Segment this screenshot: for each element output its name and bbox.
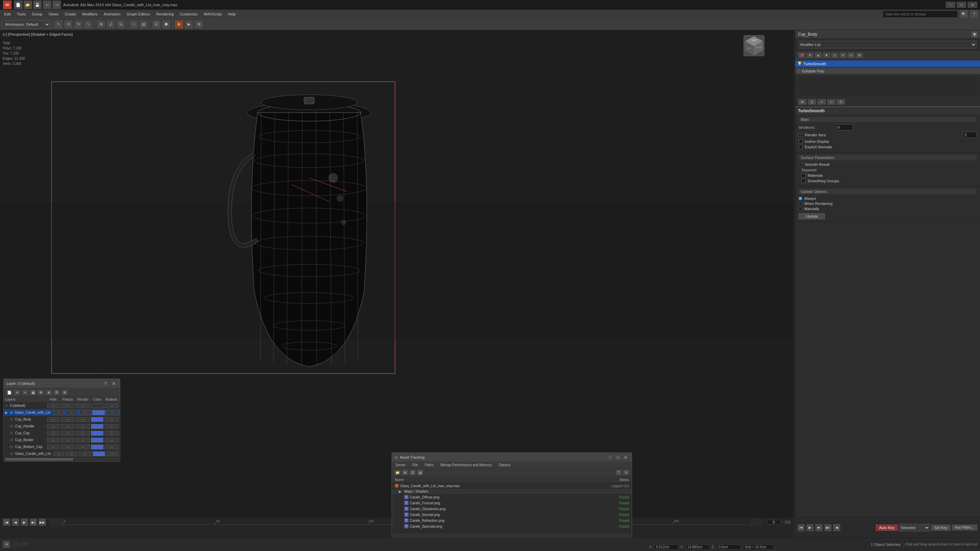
nav-cube[interactable]: TOP FRONT LEFT xyxy=(742,33,766,58)
menu-maxscript[interactable]: MAXScript xyxy=(201,10,225,18)
layer-cup-bottom-cap-radiosity[interactable]: — xyxy=(105,445,119,449)
layer-cup-handle-radiosity[interactable]: — xyxy=(105,424,119,429)
layer-row-carafe[interactable]: ▶ ⊞ Glass_Carafe_with_Lid — — — — xyxy=(4,409,120,416)
materials-checkbox[interactable] xyxy=(801,173,805,178)
layer-cup-bottom-cap-hide[interactable]: — xyxy=(47,445,59,449)
layer-0-radiosity[interactable]: — xyxy=(105,403,119,408)
layer-carafe-color[interactable] xyxy=(92,410,105,415)
br-end-btn[interactable]: ▶| xyxy=(824,524,832,532)
set-key-btn[interactable]: Set Key xyxy=(931,524,951,531)
layer-0-freeze[interactable]: — xyxy=(61,403,75,408)
br-prev-key-btn[interactable]: |◀| xyxy=(797,524,805,532)
asset-close-btn[interactable]: ✕ xyxy=(622,454,629,460)
layer-cup-cap-freeze[interactable]: — xyxy=(61,431,75,436)
selected-dropdown[interactable]: Selected xyxy=(899,524,930,532)
mod-up-btn[interactable]: ▲ xyxy=(815,52,822,58)
layer-row-cup-border[interactable]: ⬡ Cup_Border — — — — xyxy=(4,437,120,443)
menu-rendering[interactable]: Rendering xyxy=(154,10,177,18)
layer-carafe-freeze[interactable]: — xyxy=(65,410,78,415)
render-frame-btn[interactable]: ⊞ xyxy=(194,20,204,29)
asset-row-glossiness[interactable]: T Carafe_Glossiness.png Found xyxy=(392,506,632,512)
key-filters-btn[interactable]: Key Filters... xyxy=(952,524,977,530)
timeline-prev-btn[interactable]: ◀ xyxy=(12,518,19,526)
layer-carafe-hide[interactable]: — xyxy=(53,410,64,415)
layer-0-color[interactable] xyxy=(91,403,103,408)
update-btn[interactable]: Update xyxy=(799,213,825,219)
layer-select-btn[interactable]: ▦ xyxy=(30,389,37,395)
render-iters-input[interactable] xyxy=(963,132,977,138)
layer-mgr-btn[interactable]: ☰ xyxy=(152,20,161,29)
asset-menu-bitmap-perf[interactable]: Bitmap Performance and Memory xyxy=(437,462,495,468)
render-setup-btn[interactable]: R xyxy=(175,20,183,29)
asset-row-diffuse[interactable]: T Carafe_Diffuse.png Found xyxy=(392,494,632,500)
smooth-result-checkbox[interactable] xyxy=(799,162,803,167)
layer-cup-cap-radiosity[interactable]: — xyxy=(105,431,119,436)
layer-cup-body-hide[interactable]: — xyxy=(47,417,59,422)
manually-radio[interactable] xyxy=(799,207,802,210)
coord-y[interactable]: 14.883cm xyxy=(686,545,710,549)
coord-x[interactable]: 6.512cm xyxy=(654,545,678,549)
layer-cup-handle-render[interactable]: — xyxy=(76,424,90,429)
layer-freeze-btn[interactable]: ❄ xyxy=(45,389,52,395)
asset-menu-file[interactable]: File xyxy=(409,462,421,468)
asset-tb-3[interactable]: ☰ xyxy=(409,469,416,475)
layer-hide-btn[interactable]: 👁 xyxy=(37,389,44,395)
timeline-play-btn[interactable]: ▶ xyxy=(21,518,28,526)
menu-edit[interactable]: Edit xyxy=(2,10,13,18)
layer-cup-bottom-cap-freeze[interactable]: — xyxy=(61,445,75,449)
render-btn[interactable]: ▶ xyxy=(185,20,193,29)
asset-minimize-btn[interactable]: − xyxy=(607,454,614,460)
layer-glass-carafe-2-freeze[interactable]: — xyxy=(65,451,78,456)
menu-help[interactable]: Help xyxy=(225,10,239,18)
layer-row-cup-cap[interactable]: ⬡ Cup_Cap — — — — xyxy=(4,430,120,437)
layer-carafe-render[interactable]: — xyxy=(79,410,91,415)
layer-cup-body-color[interactable] xyxy=(91,417,103,422)
layer-help-btn[interactable]: ? xyxy=(102,380,109,387)
redo-btn[interactable]: ↪ xyxy=(52,0,61,9)
asset-row-main-file[interactable]: M Glass_Carafe_with_Lid_max_vray.max Log… xyxy=(392,483,632,489)
layer-settings-btn[interactable]: ⚙ xyxy=(61,389,68,395)
layer-row-cup-handle[interactable]: ⬡ Cup_Handle — — — — xyxy=(4,423,120,430)
layer-cup-cap-color[interactable] xyxy=(91,431,103,436)
mod-down-btn[interactable]: ▼ xyxy=(822,52,830,58)
current-frame-input[interactable] xyxy=(767,520,781,524)
scene-explorer-btn[interactable]: ⬢ xyxy=(162,20,171,29)
layer-cup-body-freeze[interactable]: — xyxy=(61,417,75,422)
layer-cup-body-radiosity[interactable]: — xyxy=(105,417,119,422)
layer-glass-carafe-2-radiosity[interactable]: — xyxy=(107,451,119,456)
layer-0-hide[interactable]: — xyxy=(47,403,59,408)
layer-cup-border-radiosity[interactable]: — xyxy=(105,438,119,443)
smoothing-groups-checkbox[interactable] xyxy=(801,179,805,183)
mod-make-unique-btn[interactable]: U xyxy=(847,52,855,58)
asset-menu-paths[interactable]: Paths xyxy=(422,462,437,468)
layer-render-btn[interactable]: R xyxy=(53,389,60,395)
layer-cup-handle-hide[interactable]: — xyxy=(47,424,59,429)
layer-add-btn[interactable]: + xyxy=(22,389,29,395)
menu-create[interactable]: Create xyxy=(62,10,79,18)
layer-carafe-radiosity[interactable]: — xyxy=(106,410,119,415)
isoline-checkbox[interactable] xyxy=(799,140,803,143)
timeline-next-btn[interactable]: ▶| xyxy=(30,518,37,526)
menu-graph-editors[interactable]: Graph Editors xyxy=(124,10,153,18)
search-btn[interactable]: 🔍 xyxy=(959,10,968,19)
new-btn[interactable]: 📄 xyxy=(14,0,23,9)
coord-z[interactable]: 0.0cm xyxy=(717,545,741,549)
asset-tb-refresh[interactable]: ↻ xyxy=(623,469,630,475)
layer-glass-carafe-2-color[interactable] xyxy=(93,451,105,456)
asset-menu-server[interactable]: Server xyxy=(392,462,409,468)
layer-scrollbar[interactable] xyxy=(5,458,119,461)
rotate-btn[interactable]: ↻ xyxy=(74,20,83,29)
mod-paste-btn[interactable]: P xyxy=(839,52,847,58)
snap-btn[interactable]: ⊞ xyxy=(97,20,105,29)
menu-modifiers[interactable]: Modifiers xyxy=(80,10,100,18)
help-btn[interactable]: ? xyxy=(970,10,978,19)
menu-views[interactable]: Views xyxy=(46,10,61,18)
layer-row-cup-bottom-cap[interactable]: ⬡ Cup_Bottom_Cap — — — — xyxy=(4,443,120,450)
br-play-back-btn[interactable]: ◀ xyxy=(833,524,840,532)
save-btn[interactable]: 💾 xyxy=(33,0,42,9)
angle-snap-btn[interactable]: ∠ xyxy=(107,20,115,29)
open-btn[interactable]: 📂 xyxy=(23,0,32,9)
percent-snap-btn[interactable]: % xyxy=(116,20,126,29)
layer-cup-border-render[interactable]: — xyxy=(76,438,90,443)
modifier-turbosmoooth[interactable]: 💡 TurboSmooth xyxy=(795,60,980,67)
